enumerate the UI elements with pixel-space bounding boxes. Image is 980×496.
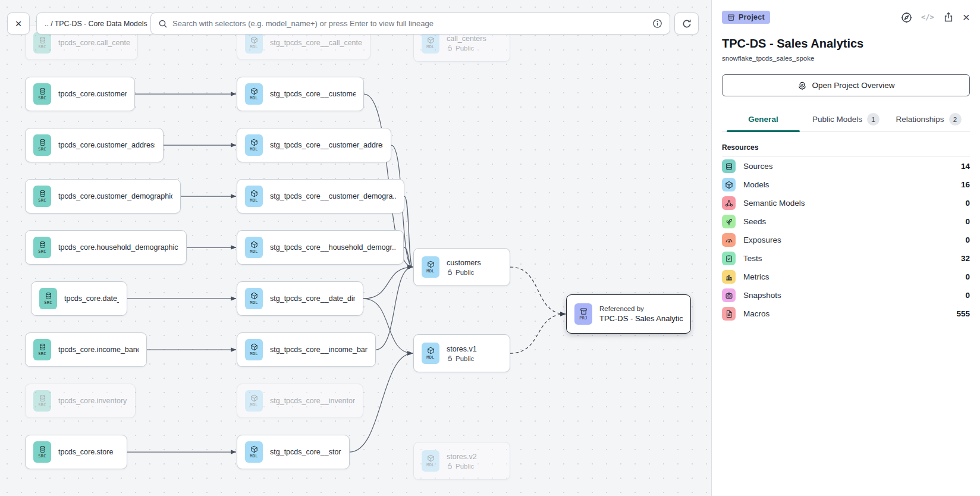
node-stg-customer[interactable]: MDLstg_tpcds_core__customer — [237, 77, 364, 111]
node-pub-customers[interactable]: MDLcustomersPublic — [413, 248, 510, 286]
resource-label: Macros — [743, 309, 948, 318]
lineage-compass-icon[interactable] — [901, 12, 912, 23]
node-src-customer[interactable]: SRCtpcds_core.customer — [25, 77, 135, 111]
source-badge-icon: SRC — [39, 288, 57, 309]
node-src-date-dim[interactable]: SRCtpcds_core.date_dim — [31, 281, 127, 316]
node-prj-sales[interactable]: PRJReferenced byTPC-DS - Sales Analytics — [566, 294, 691, 334]
resource-count: 0 — [965, 217, 970, 226]
resource-count: 14 — [961, 162, 970, 171]
node-label: call_centers — [447, 34, 486, 43]
resource-row-semantic-models: Semantic Models0 — [722, 194, 970, 212]
node-stg-customer-demographics[interactable]: MDLstg_tpcds_core__customer_demogra... — [237, 179, 404, 214]
clipboard-check-icon — [722, 252, 736, 265]
resource-label: Sources — [743, 162, 953, 171]
resources-list: Sources14Models16Semantic Models0Seeds0E… — [722, 157, 970, 323]
node-label: tpcds_core.customer_demographics — [58, 192, 172, 200]
source-badge-icon: SRC — [33, 237, 51, 258]
node-label: TPC-DS - Sales Analytics — [599, 314, 683, 323]
node-label: stg_tpcds_core__customer — [270, 90, 356, 98]
public-access-label: Public — [456, 463, 474, 470]
tab-general[interactable]: General — [722, 109, 805, 131]
node-stg-income-band[interactable]: MDLstg_tpcds_core__income_band — [237, 332, 376, 367]
node-stg-date-dim[interactable]: MDLstg_tpcds_core__date_dim — [237, 281, 363, 316]
model-badge-icon: MDL — [422, 32, 439, 54]
model-badge-icon: MDL — [422, 343, 439, 364]
tab-count-badge: 1 — [867, 113, 880, 125]
search-input[interactable] — [172, 19, 648, 28]
file-icon — [722, 307, 736, 321]
lock-open-icon — [447, 269, 453, 275]
resource-count: 16 — [961, 180, 970, 189]
lock-open-icon — [447, 45, 453, 51]
resource-count: 0 — [965, 199, 970, 208]
model-badge-icon: MDL — [245, 83, 263, 105]
close-panel-icon[interactable]: × — [963, 10, 970, 24]
source-badge-icon: SRC — [33, 441, 51, 463]
node-label: stg_tpcds_core__date_dim — [270, 294, 355, 303]
node-src-store[interactable]: SRCtpcds_core.store — [25, 435, 127, 469]
info-icon[interactable] — [652, 18, 662, 29]
close-lineage-button[interactable]: × — [7, 12, 30, 34]
tab-relationships[interactable]: Relationships2 — [887, 109, 970, 131]
node-pub-stores-v2[interactable]: MDLstores.v2Public — [413, 442, 510, 480]
resource-count: 0 — [965, 272, 970, 281]
resource-row-models: Models16 — [722, 175, 970, 194]
lock-open-icon — [447, 355, 453, 362]
node-label: stg_tpcds_core__call_center — [270, 39, 362, 47]
semantic-graph-icon — [722, 196, 736, 210]
resource-row-sources: Sources14 — [722, 157, 970, 175]
resource-label: Tests — [743, 254, 953, 263]
source-badge-icon: SRC — [33, 390, 51, 412]
close-icon: × — [15, 17, 21, 30]
source-badge-icon: SRC — [33, 186, 51, 207]
node-src-inventory[interactable]: SRCtpcds_core.inventory — [25, 384, 136, 418]
camera-icon — [722, 288, 736, 302]
node-src-household-demographics[interactable]: SRCtpcds_core.household_demographics — [25, 230, 187, 265]
node-stg-customer-address[interactable]: MDLstg_tpcds_core__customer_address — [237, 128, 391, 162]
tab-label: Public Models — [812, 115, 862, 124]
cube-icon — [722, 178, 736, 192]
public-access-label: Public — [456, 355, 474, 362]
resource-row-snapshots: Snapshots0 — [722, 286, 970, 304]
node-stg-inventory[interactable]: MDLstg_tpcds_core__inventory — [237, 384, 363, 418]
resource-row-metrics: Metrics0 — [722, 268, 970, 286]
resource-row-tests: Tests32 — [722, 249, 970, 268]
resource-row-macros: Macros555 — [722, 304, 970, 323]
node-src-customer-address[interactable]: SRCtpcds_core.customer_address — [25, 128, 164, 162]
search-bar[interactable] — [150, 12, 670, 34]
gauge-icon — [722, 233, 736, 247]
node-label: stores.v1 — [447, 345, 477, 353]
model-badge-icon: MDL — [245, 441, 263, 463]
model-badge-icon: MDL — [245, 186, 263, 207]
node-src-customer-demographics[interactable]: SRCtpcds_core.customer_demographics — [25, 179, 181, 214]
node-src-income-band[interactable]: SRCtpcds_core.income_band — [25, 332, 147, 367]
resource-count: 0 — [965, 236, 970, 244]
resource-row-exposures: Exposures0 — [722, 231, 970, 249]
node-label: stg_tpcds_core__customer_demogra... — [270, 192, 396, 200]
node-label: tpcds_core.inventory — [58, 397, 127, 405]
node-label: tpcds_core.call_center — [58, 39, 130, 47]
model-badge-icon: MDL — [422, 450, 439, 472]
lock-open-icon — [447, 463, 453, 469]
node-label: stg_tpcds_core__store — [270, 448, 341, 456]
tab-public-models[interactable]: Public Models1 — [805, 109, 887, 131]
open-project-overview-button[interactable]: Open Project Overview — [722, 74, 970, 96]
node-stg-household-demographics[interactable]: MDLstg_tpcds_core__household_demogr... — [237, 230, 404, 265]
model-badge-icon: MDL — [245, 32, 263, 54]
model-badge-icon: MDL — [245, 390, 263, 412]
panel-tabs: GeneralPublic Models1Relationships2 — [722, 109, 970, 132]
share-icon[interactable] — [943, 12, 954, 23]
node-pub-stores-v1[interactable]: MDLstores.v1Public — [413, 334, 510, 372]
code-icon[interactable]: </> — [921, 13, 934, 21]
resource-row-seeds: Seeds0 — [722, 212, 970, 231]
database-icon — [722, 159, 736, 173]
lineage-canvas[interactable]: SRCtpcds_core.call_centerSRCtpcds_core.c… — [0, 0, 711, 496]
model-badge-icon: MDL — [245, 339, 263, 360]
node-stg-store[interactable]: MDLstg_tpcds_core__store — [237, 435, 350, 469]
refresh-button[interactable] — [674, 12, 699, 34]
resource-count: 0 — [965, 291, 970, 300]
node-label: tpcds_core.date_dim — [64, 294, 119, 303]
node-label: stg_tpcds_core__inventory — [270, 397, 355, 405]
page-title: TPC-DS - Sales Analytics — [722, 37, 970, 51]
breadcrumb[interactable]: .. / TPC-DS - Core Data Models — [36, 12, 156, 34]
